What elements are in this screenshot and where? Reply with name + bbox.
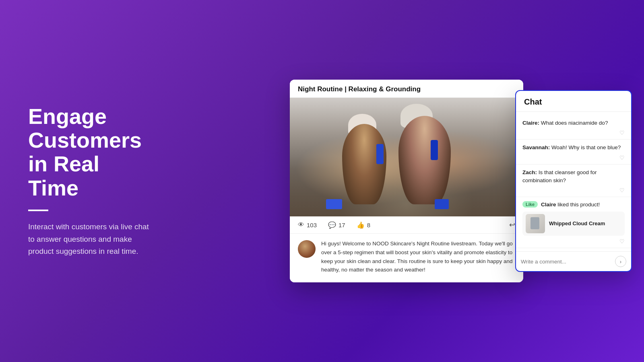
chat-message: Claire: What does niacinamide do? ♡: [516, 115, 631, 140]
message-actions: ♡: [522, 129, 625, 137]
message-username: Savannah:: [522, 144, 550, 150]
heart-button[interactable]: ♡: [619, 154, 625, 161]
chat-header: Chat: [516, 91, 631, 112]
chat-title: Chat: [524, 97, 623, 107]
figure-right: [398, 116, 451, 204]
product-left: [376, 144, 384, 164]
message-username: Zach:: [522, 169, 537, 175]
hero-divider: [28, 210, 48, 211]
message-text: Claire: What does niacinamide do?: [522, 119, 625, 127]
chat-input[interactable]: [521, 259, 612, 265]
chat-message: Zach: Is that cleanser good for combinat…: [516, 165, 631, 197]
comments-count: 17: [339, 222, 345, 228]
heart-button[interactable]: ♡: [619, 130, 625, 136]
stream-description: Hi guys! Welcome to NOOD Skincare's Nigh…: [290, 234, 523, 282]
like-badge: Like: [522, 201, 538, 208]
message-text: Zach: Is that cleanser good for combinat…: [522, 169, 625, 185]
like-action: liked this product!: [556, 202, 600, 208]
share-icon[interactable]: ↩: [509, 220, 515, 229]
product-actions: ♡: [522, 237, 625, 245]
description-text: Hi guys! Welcome to NOOD Skincare's Nigh…: [321, 239, 515, 274]
product-bed-left: [326, 199, 342, 209]
product-name: Whipped Cloud Cream: [549, 220, 605, 227]
message-body: What does niacinamide do?: [539, 120, 608, 126]
message-username: Claire:: [522, 120, 539, 126]
likes-stat: 👍 8: [357, 221, 370, 229]
avatar: [298, 240, 316, 258]
figure-left: [342, 124, 386, 204]
views-count: 103: [307, 222, 317, 228]
message-text: Savannah: Woah! Why is that one blue?: [522, 144, 625, 152]
heart-button[interactable]: ♡: [619, 238, 625, 245]
stream-card: Night Routine | Relaxing & Grounding 👁 1…: [290, 80, 523, 282]
stream-stats: 👁 103 💬 17 👍 8 ↩: [290, 216, 523, 234]
chat-message: Savannah: Woah! Why is that one blue? ♡: [516, 140, 631, 164]
like-header: Like Claire liked this product!: [522, 201, 625, 208]
message-actions: ♡: [522, 186, 625, 194]
views-icon: 👁: [298, 221, 304, 228]
hero-title: Engage Customers in Real Time: [28, 105, 149, 200]
product-bed-right: [435, 199, 449, 209]
heart-button[interactable]: ♡: [619, 187, 625, 193]
left-section: Engage Customers in Real Time Interact w…: [0, 80, 169, 282]
product-thumbnail: [526, 214, 545, 233]
views-stat: 👁 103: [298, 221, 317, 228]
stream-title: Night Routine | Relaxing & Grounding: [290, 80, 523, 98]
send-icon: ›: [620, 259, 621, 265]
stream-video: [290, 98, 523, 216]
like-username: Claire: [541, 202, 556, 208]
comments-stat: 💬 17: [328, 221, 345, 229]
product-card: Whipped Cloud Cream: [522, 212, 625, 236]
hero-subtitle: Interact with customers via live chat to…: [28, 221, 149, 257]
product-right: [431, 140, 438, 160]
like-event-card: Like Claire liked this product! Whipped …: [516, 197, 631, 248]
comments-icon: 💬: [328, 221, 336, 229]
main-content: Night Routine | Relaxing & Grounding 👁 1…: [169, 0, 644, 362]
chat-panel: Chat Claire: What does niacinamide do? ♡…: [515, 90, 632, 272]
likes-count: 8: [367, 222, 370, 228]
message-body: Woah! Why is that one blue?: [550, 144, 621, 150]
send-button[interactable]: ›: [615, 256, 626, 267]
chat-messages: Claire: What does niacinamide do? ♡ Sava…: [516, 112, 631, 251]
message-actions: ♡: [522, 154, 625, 162]
chat-input-area[interactable]: ›: [516, 251, 631, 271]
likes-icon: 👍: [357, 221, 365, 229]
like-text: Claire liked this product!: [541, 202, 600, 208]
